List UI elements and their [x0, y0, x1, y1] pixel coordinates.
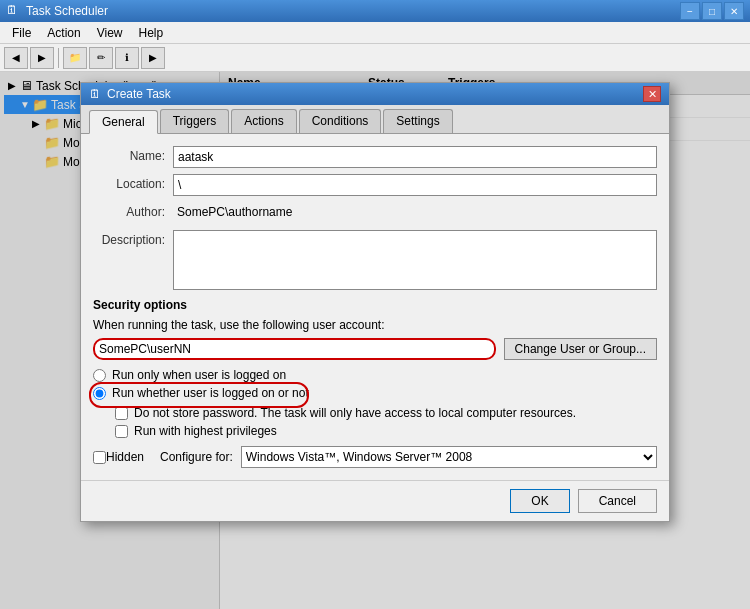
tab-triggers[interactable]: Triggers	[160, 109, 230, 133]
toolbar-btn3[interactable]: ℹ	[115, 47, 139, 69]
tab-settings[interactable]: Settings	[383, 109, 452, 133]
checkbox-highest-priv-label: Run with highest privileges	[134, 424, 277, 438]
maximize-button[interactable]: □	[702, 2, 722, 20]
description-label: Description:	[93, 230, 173, 247]
toolbar-separator	[58, 48, 59, 68]
toolbar: ◀ ▶ 📁 ✏ ℹ ▶	[0, 44, 750, 72]
title-bar: 🗓 Task Scheduler − □ ✕	[0, 0, 750, 22]
change-user-group-button[interactable]: Change User or Group...	[504, 338, 657, 360]
close-window-button[interactable]: ✕	[724, 2, 744, 20]
hidden-label: Hidden	[106, 450, 144, 464]
radio-run-only-logged-on: Run only when user is logged on	[93, 368, 657, 382]
tab-conditions[interactable]: Conditions	[299, 109, 382, 133]
menu-action[interactable]: Action	[39, 24, 88, 42]
checkbox-highest-priv[interactable]	[115, 425, 128, 438]
name-label: Name:	[93, 146, 173, 163]
user-account-label: When running the task, use the following…	[93, 318, 657, 332]
checkbox-no-store-password: Do not store password. The task will onl…	[93, 406, 657, 420]
checkbox-highest-privileges: Run with highest privileges	[93, 424, 657, 438]
user-account-row: Change User or Group...	[93, 338, 657, 360]
configure-row: Hidden Configure for: Windows Vista™, Wi…	[93, 446, 657, 468]
radio-run-whether-label: Run whether user is logged on or not	[112, 386, 309, 400]
dialog-tabs: General Triggers Actions Conditions Sett…	[81, 105, 669, 134]
dialog-close-button[interactable]: ✕	[643, 86, 661, 102]
radio-only-logged-on[interactable]	[93, 369, 106, 382]
user-account-input[interactable]	[93, 338, 496, 360]
name-row: Name:	[93, 146, 657, 168]
security-options-title: Security options	[93, 298, 657, 312]
dialog-overlay: 🗓 Create Task ✕ General Triggers Actions…	[0, 72, 750, 609]
dialog-title: Create Task	[107, 87, 171, 101]
dialog-icon: 🗓	[89, 87, 101, 101]
cancel-button[interactable]: Cancel	[578, 489, 657, 513]
author-row: Author: SomePC\authorname	[93, 202, 657, 224]
menu-view[interactable]: View	[89, 24, 131, 42]
minimize-button[interactable]: −	[680, 2, 700, 20]
tab-general[interactable]: General	[89, 110, 158, 134]
location-row: Location:	[93, 174, 657, 196]
radio-run-whether[interactable]	[93, 387, 106, 400]
dialog-body: Name: Location: Author: SomePC\authornam…	[81, 134, 669, 480]
author-value: SomePC\authorname	[173, 202, 657, 224]
checkbox-hidden[interactable]	[93, 451, 106, 464]
configure-for-label: Configure for:	[160, 450, 233, 464]
toolbar-btn4[interactable]: ▶	[141, 47, 165, 69]
checkbox-no-store-label: Do not store password. The task will onl…	[134, 406, 576, 420]
radio-run-whether-logged-on: Run whether user is logged on or not	[93, 386, 657, 400]
menu-file[interactable]: File	[4, 24, 39, 42]
create-task-dialog: 🗓 Create Task ✕ General Triggers Actions…	[80, 82, 670, 522]
menu-bar: File Action View Help	[0, 22, 750, 44]
configure-for-select[interactable]: Windows Vista™, Windows Server™ 2008	[241, 446, 657, 468]
dialog-title-bar: 🗓 Create Task ✕	[81, 83, 669, 105]
location-label: Location:	[93, 174, 173, 191]
dialog-footer: OK Cancel	[81, 480, 669, 521]
radio-only-logged-on-label: Run only when user is logged on	[112, 368, 286, 382]
description-input[interactable]	[173, 230, 657, 290]
toolbar-forward[interactable]: ▶	[30, 47, 54, 69]
author-label: Author:	[93, 202, 173, 219]
checkbox-no-store[interactable]	[115, 407, 128, 420]
window-title: Task Scheduler	[26, 4, 108, 18]
description-row: Description:	[93, 230, 657, 290]
ok-button[interactable]: OK	[510, 489, 569, 513]
name-input[interactable]	[173, 146, 657, 168]
title-bar-controls: − □ ✕	[680, 2, 744, 20]
location-input[interactable]	[173, 174, 657, 196]
app-icon: 🗓	[6, 3, 22, 19]
toolbar-btn1[interactable]: 📁	[63, 47, 87, 69]
menu-help[interactable]: Help	[131, 24, 172, 42]
toolbar-back[interactable]: ◀	[4, 47, 28, 69]
tab-actions[interactable]: Actions	[231, 109, 296, 133]
toolbar-btn2[interactable]: ✏	[89, 47, 113, 69]
